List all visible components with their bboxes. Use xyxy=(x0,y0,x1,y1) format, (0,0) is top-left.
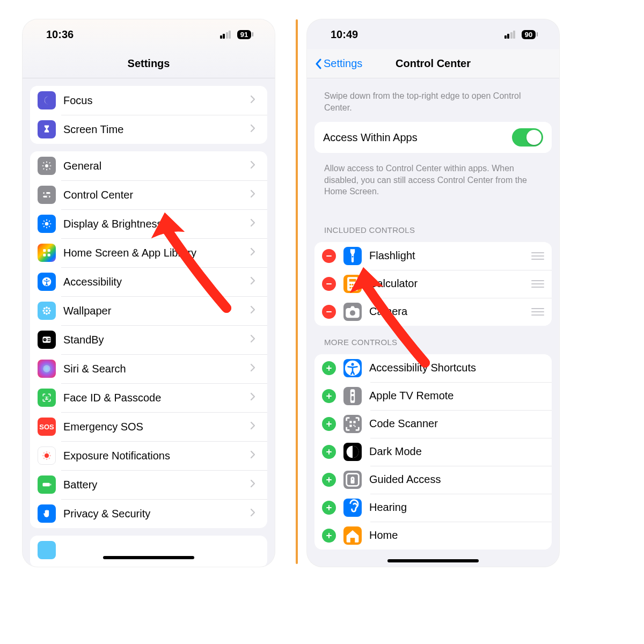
chevron-right-icon xyxy=(250,508,260,519)
exposure-icon xyxy=(38,447,56,465)
row-label: Battery xyxy=(63,479,250,491)
chevron-right-icon xyxy=(250,247,260,258)
chevron-right-icon xyxy=(250,334,260,345)
drag-handle-icon[interactable] xyxy=(528,252,544,260)
settings-group-partial xyxy=(30,536,267,567)
page-title: Settings xyxy=(128,57,170,70)
chevron-right-icon xyxy=(250,392,260,403)
remove-button[interactable] xyxy=(322,305,336,319)
svg-point-36 xyxy=(49,458,50,459)
settings-group-general: General Control Center Display & Brightn… xyxy=(30,151,267,528)
more-dark-mode[interactable]: Dark Mode xyxy=(314,438,552,466)
remote-icon xyxy=(343,387,362,405)
add-button[interactable] xyxy=(322,361,336,375)
status-icons: 90 xyxy=(504,28,536,41)
flashlight-icon xyxy=(343,247,362,265)
more-hearing[interactable]: Hearing xyxy=(314,494,552,522)
access-within-apps-row[interactable]: Access Within Apps xyxy=(314,122,552,153)
settings-row-home-screen-app-library[interactable]: Home Screen & App Library xyxy=(30,238,267,267)
svg-point-35 xyxy=(43,458,45,459)
svg-point-17 xyxy=(43,308,46,310)
svg-rect-8 xyxy=(43,254,46,257)
chevron-right-icon xyxy=(250,276,260,287)
qr-icon xyxy=(343,415,362,433)
settings-row-appstore[interactable] xyxy=(30,536,267,565)
access-group: Access Within Apps xyxy=(314,122,552,153)
add-button[interactable] xyxy=(322,501,336,515)
more-accessibility-shortcuts[interactable]: Accessibility Shortcuts xyxy=(314,354,552,382)
remove-button[interactable] xyxy=(322,277,336,291)
remove-button[interactable] xyxy=(322,249,336,263)
status-time: 10:49 xyxy=(331,28,358,41)
row-label: Focus xyxy=(63,94,250,107)
control-label: Guided Access xyxy=(369,473,544,486)
svg-point-48 xyxy=(352,287,353,288)
add-button[interactable] xyxy=(322,417,336,431)
add-button[interactable] xyxy=(322,389,336,403)
svg-point-47 xyxy=(349,287,351,288)
svg-point-31 xyxy=(42,455,44,457)
svg-rect-54 xyxy=(326,368,332,369)
row-label: Exposure Notifications xyxy=(63,450,250,462)
svg-rect-68 xyxy=(355,426,356,427)
control-label: Code Scanner xyxy=(369,418,544,430)
add-button[interactable] xyxy=(322,473,336,487)
included-calculator[interactable]: Calculator xyxy=(314,270,552,298)
svg-point-26 xyxy=(45,397,46,398)
svg-point-19 xyxy=(43,312,46,314)
status-time: 10:36 xyxy=(46,28,74,41)
battery-icon: 90 xyxy=(522,30,536,39)
settings-row-exposure-notifications[interactable]: Exposure Notifications xyxy=(30,441,267,470)
intro-text: Swipe down from the top-right edge to op… xyxy=(314,88,552,113)
svg-rect-24 xyxy=(48,340,50,341)
settings-row-emergency-sos[interactable]: SOS Emergency SOS xyxy=(30,412,267,441)
svg-point-44 xyxy=(349,284,351,286)
chevron-right-icon xyxy=(250,124,260,135)
chevron-right-icon xyxy=(250,421,260,432)
chevron-left-icon xyxy=(314,58,322,69)
settings-row-battery[interactable]: Battery xyxy=(30,470,267,499)
svg-point-27 xyxy=(48,397,49,398)
a11y-icon xyxy=(343,359,362,377)
more-home[interactable]: Home xyxy=(314,522,552,550)
more-guided-access[interactable]: Guided Access xyxy=(314,466,552,494)
flower-icon xyxy=(38,302,56,320)
included-camera[interactable]: Camera xyxy=(314,298,552,326)
svg-point-28 xyxy=(45,453,49,458)
clock-icon xyxy=(38,331,56,349)
settings-row-control-center[interactable]: Control Center xyxy=(30,180,267,209)
drag-handle-icon[interactable] xyxy=(528,308,544,316)
settings-row-standby[interactable]: StandBy xyxy=(30,325,267,354)
access-toggle[interactable] xyxy=(512,128,543,147)
settings-row-wallpaper[interactable]: Wallpaper xyxy=(30,296,267,325)
access-label: Access Within Apps xyxy=(323,131,512,144)
add-button[interactable] xyxy=(322,445,336,459)
settings-row-general[interactable]: General xyxy=(30,151,267,180)
chevron-right-icon xyxy=(250,160,260,171)
page-title: Control Center xyxy=(396,57,471,70)
settings-row-screen-time[interactable]: Screen Time xyxy=(30,115,267,144)
settings-row-focus[interactable]: Focus xyxy=(30,86,267,115)
included-flashlight[interactable]: Flashlight xyxy=(314,242,552,270)
settings-row-display-brightness[interactable]: Display & Brightness xyxy=(30,209,267,238)
more-code-scanner[interactable]: Code Scanner xyxy=(314,410,552,438)
svg-rect-41 xyxy=(326,283,332,284)
svg-point-18 xyxy=(48,308,50,310)
settings-row-face-id-passcode[interactable]: Face ID & Passcode xyxy=(30,383,267,412)
svg-rect-61 xyxy=(352,396,354,401)
back-button[interactable]: Settings xyxy=(314,57,362,70)
lock-icon xyxy=(343,471,362,489)
svg-rect-9 xyxy=(48,254,50,257)
settings-row-accessibility[interactable]: Accessibility xyxy=(30,267,267,296)
add-button[interactable] xyxy=(322,529,336,543)
more-apple-tv-remote[interactable]: Apple TV Remote xyxy=(314,382,552,410)
cellular-icon xyxy=(504,31,516,39)
chevron-right-icon xyxy=(250,305,260,316)
sliders-icon xyxy=(38,186,56,204)
svg-point-13 xyxy=(46,306,48,309)
settings-row-privacy-security[interactable]: Privacy & Security xyxy=(30,499,267,528)
faceid-icon xyxy=(38,389,56,407)
drag-handle-icon[interactable] xyxy=(528,280,544,288)
settings-row-siri-search[interactable]: Siri & Search xyxy=(30,354,267,383)
svg-point-40 xyxy=(352,256,354,258)
